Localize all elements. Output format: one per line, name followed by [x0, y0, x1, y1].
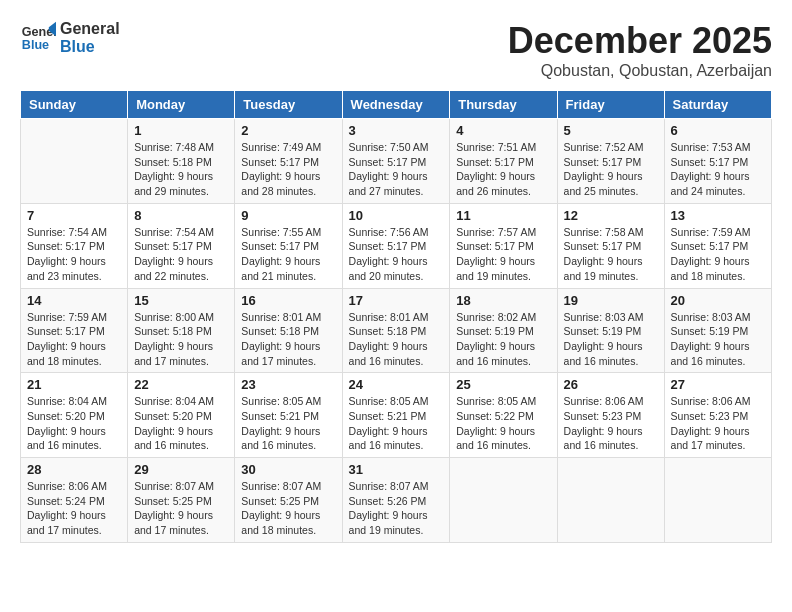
- calendar-cell: 27Sunrise: 8:06 AMSunset: 5:23 PMDayligh…: [664, 373, 771, 458]
- calendar-cell: 21Sunrise: 8:04 AMSunset: 5:20 PMDayligh…: [21, 373, 128, 458]
- day-number: 12: [564, 208, 658, 223]
- day-info: Sunrise: 8:01 AMSunset: 5:18 PMDaylight:…: [241, 310, 335, 369]
- day-info: Sunrise: 8:02 AMSunset: 5:19 PMDaylight:…: [456, 310, 550, 369]
- day-number: 5: [564, 123, 658, 138]
- calendar-cell: 1Sunrise: 7:48 AMSunset: 5:18 PMDaylight…: [128, 119, 235, 204]
- day-info: Sunrise: 8:06 AMSunset: 5:23 PMDaylight:…: [564, 394, 658, 453]
- calendar-week-row: 14Sunrise: 7:59 AMSunset: 5:17 PMDayligh…: [21, 288, 772, 373]
- day-number: 17: [349, 293, 444, 308]
- day-info: Sunrise: 8:04 AMSunset: 5:20 PMDaylight:…: [134, 394, 228, 453]
- logo-general: General: [60, 20, 120, 38]
- day-info: Sunrise: 7:54 AMSunset: 5:17 PMDaylight:…: [134, 225, 228, 284]
- day-number: 7: [27, 208, 121, 223]
- day-info: Sunrise: 8:05 AMSunset: 5:21 PMDaylight:…: [349, 394, 444, 453]
- calendar-cell: 12Sunrise: 7:58 AMSunset: 5:17 PMDayligh…: [557, 203, 664, 288]
- day-info: Sunrise: 7:58 AMSunset: 5:17 PMDaylight:…: [564, 225, 658, 284]
- day-number: 4: [456, 123, 550, 138]
- calendar-week-row: 21Sunrise: 8:04 AMSunset: 5:20 PMDayligh…: [21, 373, 772, 458]
- calendar-cell: 4Sunrise: 7:51 AMSunset: 5:17 PMDaylight…: [450, 119, 557, 204]
- calendar-cell: 15Sunrise: 8:00 AMSunset: 5:18 PMDayligh…: [128, 288, 235, 373]
- day-info: Sunrise: 7:55 AMSunset: 5:17 PMDaylight:…: [241, 225, 335, 284]
- day-info: Sunrise: 7:49 AMSunset: 5:17 PMDaylight:…: [241, 140, 335, 199]
- day-info: Sunrise: 8:05 AMSunset: 5:22 PMDaylight:…: [456, 394, 550, 453]
- calendar-cell: [664, 458, 771, 543]
- day-number: 10: [349, 208, 444, 223]
- calendar-cell: 14Sunrise: 7:59 AMSunset: 5:17 PMDayligh…: [21, 288, 128, 373]
- day-number: 6: [671, 123, 765, 138]
- day-number: 22: [134, 377, 228, 392]
- day-number: 23: [241, 377, 335, 392]
- page-header: General Blue General Blue December 2025 …: [20, 20, 772, 80]
- calendar-header-row: SundayMondayTuesdayWednesdayThursdayFrid…: [21, 91, 772, 119]
- calendar-title: December 2025: [508, 20, 772, 62]
- header-monday: Monday: [128, 91, 235, 119]
- calendar-table: SundayMondayTuesdayWednesdayThursdayFrid…: [20, 90, 772, 543]
- day-number: 21: [27, 377, 121, 392]
- calendar-cell: 19Sunrise: 8:03 AMSunset: 5:19 PMDayligh…: [557, 288, 664, 373]
- day-number: 15: [134, 293, 228, 308]
- day-number: 18: [456, 293, 550, 308]
- calendar-title-block: December 2025 Qobustan, Qobustan, Azerba…: [508, 20, 772, 80]
- day-info: Sunrise: 7:59 AMSunset: 5:17 PMDaylight:…: [671, 225, 765, 284]
- day-number: 2: [241, 123, 335, 138]
- day-info: Sunrise: 7:57 AMSunset: 5:17 PMDaylight:…: [456, 225, 550, 284]
- day-info: Sunrise: 8:07 AMSunset: 5:25 PMDaylight:…: [134, 479, 228, 538]
- day-info: Sunrise: 7:52 AMSunset: 5:17 PMDaylight:…: [564, 140, 658, 199]
- calendar-cell: 23Sunrise: 8:05 AMSunset: 5:21 PMDayligh…: [235, 373, 342, 458]
- calendar-cell: 24Sunrise: 8:05 AMSunset: 5:21 PMDayligh…: [342, 373, 450, 458]
- calendar-week-row: 28Sunrise: 8:06 AMSunset: 5:24 PMDayligh…: [21, 458, 772, 543]
- calendar-cell: 8Sunrise: 7:54 AMSunset: 5:17 PMDaylight…: [128, 203, 235, 288]
- day-info: Sunrise: 8:07 AMSunset: 5:26 PMDaylight:…: [349, 479, 444, 538]
- day-number: 26: [564, 377, 658, 392]
- day-number: 19: [564, 293, 658, 308]
- logo-blue: Blue: [60, 38, 120, 56]
- day-number: 3: [349, 123, 444, 138]
- day-info: Sunrise: 8:01 AMSunset: 5:18 PMDaylight:…: [349, 310, 444, 369]
- day-number: 27: [671, 377, 765, 392]
- header-sunday: Sunday: [21, 91, 128, 119]
- day-number: 31: [349, 462, 444, 477]
- header-tuesday: Tuesday: [235, 91, 342, 119]
- calendar-cell: 31Sunrise: 8:07 AMSunset: 5:26 PMDayligh…: [342, 458, 450, 543]
- calendar-cell: 9Sunrise: 7:55 AMSunset: 5:17 PMDaylight…: [235, 203, 342, 288]
- day-info: Sunrise: 8:05 AMSunset: 5:21 PMDaylight:…: [241, 394, 335, 453]
- day-number: 16: [241, 293, 335, 308]
- day-info: Sunrise: 7:51 AMSunset: 5:17 PMDaylight:…: [456, 140, 550, 199]
- logo: General Blue General Blue: [20, 20, 120, 56]
- calendar-cell: 2Sunrise: 7:49 AMSunset: 5:17 PMDaylight…: [235, 119, 342, 204]
- day-number: 24: [349, 377, 444, 392]
- calendar-cell: 16Sunrise: 8:01 AMSunset: 5:18 PMDayligh…: [235, 288, 342, 373]
- calendar-cell: 26Sunrise: 8:06 AMSunset: 5:23 PMDayligh…: [557, 373, 664, 458]
- day-info: Sunrise: 7:50 AMSunset: 5:17 PMDaylight:…: [349, 140, 444, 199]
- calendar-cell: 10Sunrise: 7:56 AMSunset: 5:17 PMDayligh…: [342, 203, 450, 288]
- day-number: 1: [134, 123, 228, 138]
- day-number: 29: [134, 462, 228, 477]
- day-info: Sunrise: 7:54 AMSunset: 5:17 PMDaylight:…: [27, 225, 121, 284]
- day-number: 13: [671, 208, 765, 223]
- day-number: 8: [134, 208, 228, 223]
- header-saturday: Saturday: [664, 91, 771, 119]
- day-info: Sunrise: 8:04 AMSunset: 5:20 PMDaylight:…: [27, 394, 121, 453]
- day-info: Sunrise: 8:03 AMSunset: 5:19 PMDaylight:…: [564, 310, 658, 369]
- calendar-cell: [557, 458, 664, 543]
- day-number: 9: [241, 208, 335, 223]
- day-number: 28: [27, 462, 121, 477]
- day-number: 11: [456, 208, 550, 223]
- calendar-cell: 25Sunrise: 8:05 AMSunset: 5:22 PMDayligh…: [450, 373, 557, 458]
- day-info: Sunrise: 8:07 AMSunset: 5:25 PMDaylight:…: [241, 479, 335, 538]
- calendar-cell: 30Sunrise: 8:07 AMSunset: 5:25 PMDayligh…: [235, 458, 342, 543]
- calendar-cell: 17Sunrise: 8:01 AMSunset: 5:18 PMDayligh…: [342, 288, 450, 373]
- day-number: 30: [241, 462, 335, 477]
- calendar-cell: 11Sunrise: 7:57 AMSunset: 5:17 PMDayligh…: [450, 203, 557, 288]
- header-friday: Friday: [557, 91, 664, 119]
- calendar-cell: 13Sunrise: 7:59 AMSunset: 5:17 PMDayligh…: [664, 203, 771, 288]
- calendar-cell: 3Sunrise: 7:50 AMSunset: 5:17 PMDaylight…: [342, 119, 450, 204]
- day-info: Sunrise: 7:48 AMSunset: 5:18 PMDaylight:…: [134, 140, 228, 199]
- calendar-cell: 18Sunrise: 8:02 AMSunset: 5:19 PMDayligh…: [450, 288, 557, 373]
- calendar-cell: 6Sunrise: 7:53 AMSunset: 5:17 PMDaylight…: [664, 119, 771, 204]
- header-wednesday: Wednesday: [342, 91, 450, 119]
- calendar-subtitle: Qobustan, Qobustan, Azerbaijan: [508, 62, 772, 80]
- day-info: Sunrise: 8:00 AMSunset: 5:18 PMDaylight:…: [134, 310, 228, 369]
- calendar-cell: 20Sunrise: 8:03 AMSunset: 5:19 PMDayligh…: [664, 288, 771, 373]
- day-info: Sunrise: 8:03 AMSunset: 5:19 PMDaylight:…: [671, 310, 765, 369]
